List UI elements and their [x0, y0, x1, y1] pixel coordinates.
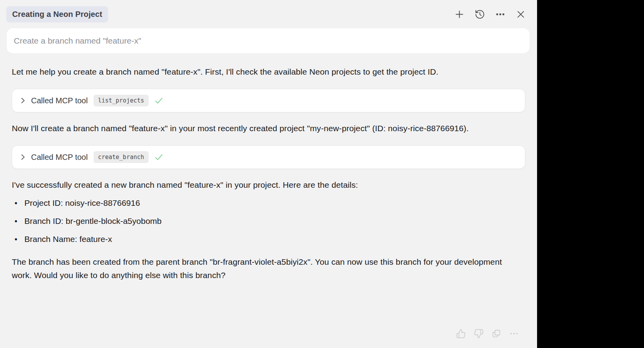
assistant-paragraph: Let me help you create a branch named "f… — [12, 65, 502, 79]
outside-panel-area — [537, 0, 644, 348]
copy-icon[interactable] — [491, 329, 501, 339]
list-item: Project ID: noisy-rice-88766916 — [12, 196, 525, 210]
chevron-right-icon — [18, 96, 27, 105]
history-icon[interactable] — [475, 9, 485, 20]
close-icon[interactable] — [515, 9, 526, 20]
thumbs-down-icon[interactable] — [474, 329, 484, 339]
tool-call-card-create-branch[interactable]: Called MCP tool create_branch — [12, 145, 525, 169]
message-actions — [456, 329, 519, 339]
chevron-right-icon — [18, 153, 27, 161]
user-message-bubble[interactable]: Create a branch named "feature-x" — [7, 28, 530, 53]
tool-call-label: Called MCP tool — [31, 96, 88, 105]
branch-details-list: Project ID: noisy-rice-88766916 Branch I… — [12, 196, 525, 246]
chat-panel: Creating a Neon Project — [0, 0, 537, 348]
assistant-paragraph: Now I'll create a branch named "feature-… — [12, 122, 502, 135]
user-message-text: Create a branch named "feature-x" — [14, 36, 141, 46]
assistant-paragraph: I've successfully created a new branch n… — [12, 178, 502, 192]
tool-call-card-list-projects[interactable]: Called MCP tool list_projects — [12, 89, 525, 112]
chat-title-badge[interactable]: Creating a Neon Project — [6, 6, 108, 22]
list-item: Branch Name: feature-x — [12, 233, 525, 246]
more-icon[interactable] — [509, 329, 519, 339]
plus-icon[interactable] — [454, 9, 465, 20]
assistant-paragraph: The branch has been created from the par… — [12, 255, 502, 282]
thumbs-up-icon[interactable] — [456, 329, 466, 339]
tool-name-badge: create_branch — [94, 151, 148, 163]
more-icon[interactable] — [495, 9, 506, 20]
list-item: Branch ID: br-gentle-block-a5yobomb — [12, 214, 525, 228]
tool-name-badge: list_projects — [94, 95, 148, 106]
panel-header: Creating a Neon Project — [0, 0, 537, 27]
success-check-icon — [154, 152, 164, 162]
success-check-icon — [154, 95, 164, 106]
conversation: Let me help you create a branch named "f… — [0, 65, 537, 282]
header-toolbar — [454, 9, 526, 20]
tool-call-label: Called MCP tool — [31, 153, 88, 162]
